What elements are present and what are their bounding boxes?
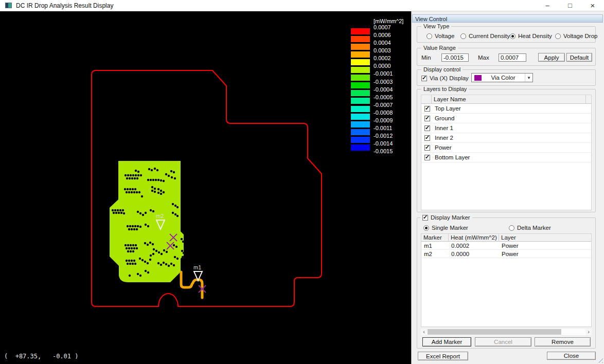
layer-row-inner1[interactable]: Inner 1 <box>421 123 591 133</box>
close-dialog-button[interactable]: Close <box>547 352 596 360</box>
radio-current-density-label: Current Density <box>469 33 510 39</box>
minimize-icon[interactable]: – <box>536 0 559 11</box>
heat-col-header: Heat (mW/mm^2) <box>449 234 499 241</box>
board-canvas[interactable]: m1m2 [mW/mm^2] 0.00070.00060.00040.00030… <box>0 11 411 364</box>
legend-swatch <box>351 51 370 58</box>
legend-swatch <box>351 137 370 143</box>
color-legend: [mW/mm^2] 0.00070.00060.00040.00030.0002… <box>351 11 411 176</box>
default-button[interactable]: Default <box>566 53 592 62</box>
legend-swatch <box>351 98 370 104</box>
radio-delta-marker[interactable]: Delta Marker <box>509 225 551 231</box>
radio-heat-density-icon <box>510 33 516 39</box>
power-trace <box>181 272 202 298</box>
layers-title: Layers to Display <box>421 86 469 92</box>
legend-value-label: -0.0001 <box>374 70 393 77</box>
radio-voltage[interactable]: Voltage <box>427 33 454 39</box>
radio-heat-density[interactable]: Heat Density <box>510 33 552 39</box>
min-label: Min <box>421 54 431 61</box>
layer-check-icon[interactable] <box>424 106 430 112</box>
marker-row-m1[interactable]: m1 0.0002 Power <box>421 242 591 250</box>
via-display-checkbox[interactable]: Via (X) Display <box>421 75 469 81</box>
min-input[interactable] <box>441 53 469 62</box>
display-marker-checkbox[interactable]: Display Marker <box>420 214 472 221</box>
legend-value-label: -0.0003 <box>374 79 393 85</box>
legend-swatch <box>351 121 370 128</box>
marker-table-header: Marker Heat (mW/mm^2) Layer <box>421 234 591 242</box>
layers-group: Layers to Display Layer Name Top Layer G… <box>417 89 596 212</box>
max-input[interactable] <box>499 53 526 62</box>
radio-voltage-drop-icon <box>555 33 561 39</box>
title-bar: DC IR Drop Analysis Result Display – □ × <box>0 0 604 11</box>
radio-current-density-icon <box>460 33 466 39</box>
layer-name: Power <box>435 144 452 151</box>
maximize-icon[interactable]: □ <box>559 0 581 11</box>
delta-marker-label: Delta Marker <box>517 225 551 231</box>
radio-heat-density-label: Heat Density <box>518 33 552 39</box>
legend-value-label: 0.0000 <box>374 63 391 69</box>
legend-swatch <box>351 67 370 73</box>
display-marker-check-icon <box>422 215 428 221</box>
hscroll-thumb[interactable] <box>428 329 561 335</box>
scroll-left-icon[interactable]: ‹ <box>421 329 427 335</box>
legend-swatch <box>351 44 370 50</box>
layer-check-icon[interactable] <box>424 155 430 160</box>
via-display-label: Via (X) Display <box>430 75 469 81</box>
via-color-swatch <box>474 75 482 81</box>
display-control-group: Display control Via (X) Display Via Colo… <box>417 69 596 86</box>
layer-check-icon[interactable] <box>424 145 430 151</box>
layer-row-bottom[interactable]: Bottom Layer <box>421 153 591 162</box>
apply-button[interactable]: Apply <box>538 53 565 62</box>
via-color-dropdown[interactable]: Via Color ▾ <box>471 73 533 82</box>
via-color-label: Via Color <box>482 75 525 81</box>
layer-row-inner2[interactable]: Inner 2 <box>421 133 591 143</box>
via-display-check-icon <box>421 76 427 81</box>
marker-row-m2[interactable]: m2 0.0000 Power <box>421 250 591 258</box>
view-type-title: View Type <box>421 23 451 29</box>
marker-label-m2: m2 <box>156 213 164 219</box>
layer-check-icon[interactable] <box>424 116 430 121</box>
excel-report-button[interactable]: Excel Report <box>418 352 468 360</box>
radio-voltage-drop[interactable]: Voltage Drop <box>555 33 598 39</box>
legend-swatch <box>351 106 370 112</box>
copper-pour-region <box>110 161 184 282</box>
legend-swatch <box>351 28 370 34</box>
legend-unit-label: [mW/mm^2] <box>374 18 403 24</box>
single-marker-label: Single Marker <box>432 225 468 231</box>
legend-value-label: 0.0006 <box>374 32 391 38</box>
scroll-right-icon[interactable]: › <box>585 329 592 335</box>
layer-row-top[interactable]: Top Layer <box>421 104 591 114</box>
layers-header-checkbox-col <box>421 95 432 103</box>
window-controls: – □ × <box>536 0 604 11</box>
marker-table-hscrollbar[interactable]: ‹ › <box>421 329 592 335</box>
marker-label-m1: m1 <box>193 264 201 270</box>
resize-grip[interactable] <box>596 356 603 363</box>
radio-current-density[interactable]: Current Density <box>460 33 510 39</box>
radio-single-marker[interactable]: Single Marker <box>423 225 468 231</box>
legend-value-label: 0.0003 <box>374 47 391 53</box>
layer-check-icon[interactable] <box>424 125 430 131</box>
legend-swatch <box>351 114 370 120</box>
add-marker-button[interactable]: Add Marker <box>422 337 471 347</box>
layers-header-end <box>586 95 591 103</box>
hscroll-track[interactable] <box>427 329 585 335</box>
display-marker-title: Display Marker <box>431 214 470 221</box>
radio-delta-marker-icon <box>509 225 514 231</box>
marker-col-header: Marker <box>421 234 449 241</box>
cursor-coordinates: ( +87.35, -0.01 ) <box>4 353 79 360</box>
legend-swatch <box>351 36 370 42</box>
legend-value-label: -0.0011 <box>374 125 393 131</box>
legend-swatch <box>351 75 370 81</box>
cancel-button[interactable]: Cancel <box>475 337 531 347</box>
marker-table: Marker Heat (mW/mm^2) Layer m1 0.0002 Po… <box>421 233 592 327</box>
legend-value-label: -0.0015 <box>374 148 393 154</box>
remove-button[interactable]: Remove <box>535 337 591 347</box>
layer-row-power[interactable]: Power <box>421 143 591 153</box>
panel-caption: View Control <box>412 14 603 23</box>
layer-check-icon[interactable] <box>424 135 430 141</box>
board-svg: m1m2 <box>0 11 411 364</box>
layer-row-ground[interactable]: Ground <box>421 114 591 123</box>
marker-layer-cell: Power <box>499 242 591 249</box>
close-icon[interactable]: × <box>581 0 604 11</box>
legend-swatch <box>351 90 370 96</box>
app-icon <box>5 3 12 8</box>
